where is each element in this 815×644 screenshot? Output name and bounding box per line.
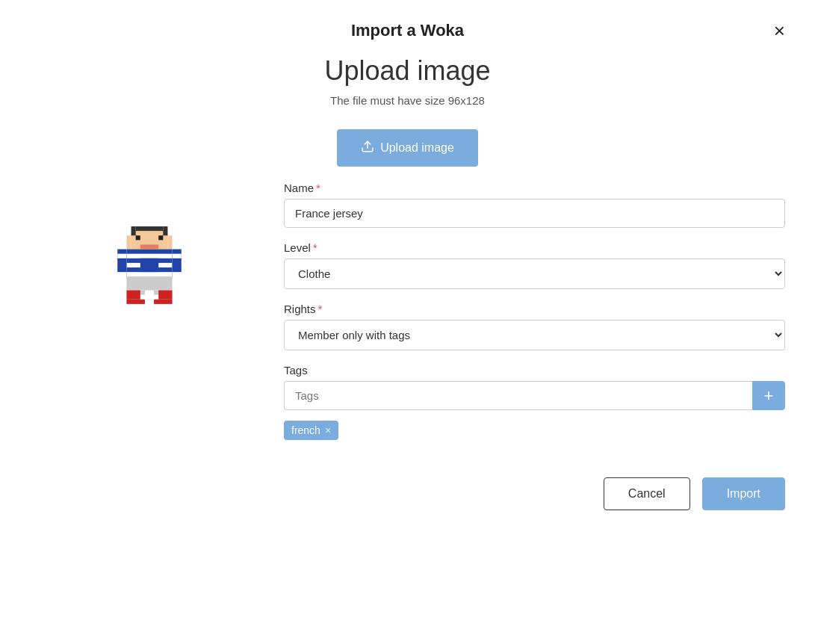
svg-rect-23 (154, 300, 172, 304)
tags-add-button[interactable]: + (752, 381, 785, 410)
rights-group: Rights* Member only with tags Public Mem… (284, 303, 785, 350)
rights-label: Rights* (284, 303, 785, 315)
svg-rect-21 (158, 291, 172, 300)
svg-rect-25 (158, 235, 163, 240)
modal-title: Import a Woka (351, 21, 464, 40)
tag-remove-button[interactable]: × (325, 425, 331, 436)
preview-area (30, 182, 269, 309)
level-select[interactable]: Clothe Hair Eyes Body (284, 258, 785, 289)
svg-rect-17 (126, 276, 172, 290)
name-group: Name* (284, 182, 785, 228)
rights-select[interactable]: Member only with tags Public Member only (284, 320, 785, 350)
svg-rect-24 (136, 235, 140, 240)
svg-rect-16 (173, 254, 182, 258)
level-label: Level* (284, 241, 785, 254)
svg-rect-13 (117, 250, 126, 273)
upload-section: Upload image The file must have size 96x… (30, 55, 785, 167)
name-label: Name* (284, 182, 785, 194)
upload-button-label: Upload image (380, 141, 454, 155)
svg-rect-26 (140, 244, 158, 249)
svg-rect-5 (131, 226, 136, 235)
svg-rect-7 (136, 226, 164, 231)
modal-header: Import a Woka × (30, 0, 785, 55)
woka-preview (112, 226, 187, 309)
svg-rect-15 (117, 254, 126, 258)
modal: Import a Woka × Upload image The file mu… (0, 0, 815, 644)
upload-title: Upload image (30, 55, 785, 87)
upload-subtitle: The file must have size 96x128 (30, 94, 785, 107)
tags-input[interactable] (284, 381, 752, 410)
svg-rect-9 (126, 254, 172, 258)
level-group: Level* Clothe Hair Eyes Body (284, 241, 785, 289)
upload-icon (361, 140, 374, 156)
svg-rect-20 (126, 291, 140, 300)
svg-rect-6 (163, 226, 167, 235)
svg-rect-14 (173, 250, 182, 273)
svg-rect-4 (167, 235, 172, 249)
tags-label: Tags (284, 364, 785, 377)
upload-button[interactable]: Upload image (337, 129, 478, 167)
name-input[interactable] (284, 199, 785, 228)
import-button[interactable]: Import (702, 477, 785, 510)
tag-item: french × (284, 421, 338, 440)
modal-overlay: Import a Woka × Upload image The file mu… (0, 0, 815, 644)
svg-rect-11 (126, 272, 172, 276)
svg-rect-3 (126, 235, 131, 249)
tags-row: + (284, 381, 785, 410)
svg-rect-12 (140, 258, 158, 272)
tag-label: french (291, 424, 320, 436)
modal-footer: Cancel Import (284, 477, 785, 510)
close-button[interactable]: × (774, 21, 785, 40)
form-area: Name* Level* Clothe Hair Eyes Body (269, 182, 785, 510)
content-area: Name* Level* Clothe Hair Eyes Body (30, 182, 785, 510)
tags-list: french × (284, 421, 785, 440)
cancel-button[interactable]: Cancel (604, 477, 690, 510)
tags-group: Tags + french × (284, 364, 785, 440)
svg-rect-22 (126, 300, 144, 304)
